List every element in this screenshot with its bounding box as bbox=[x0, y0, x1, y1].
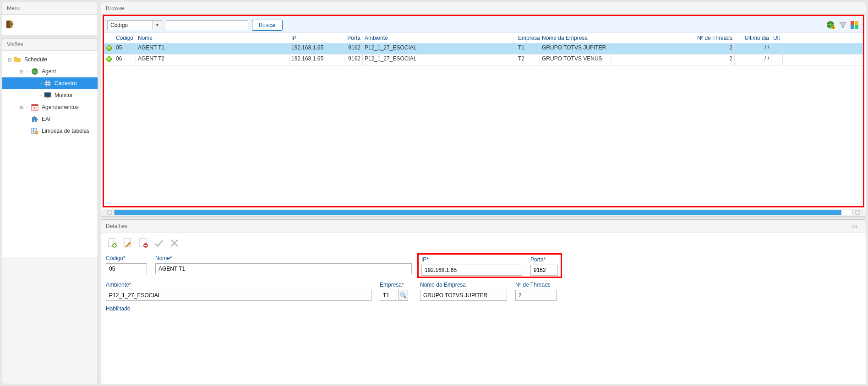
input-threads[interactable] bbox=[515, 290, 557, 301]
col-empresa[interactable]: Empresa bbox=[516, 33, 540, 43]
cell-ult bbox=[771, 43, 783, 54]
label-ambiente: Ambiente* bbox=[106, 282, 371, 288]
cell-threads: 2 bbox=[611, 43, 735, 54]
horizontal-scrollbar[interactable] bbox=[101, 209, 866, 216]
col-porta[interactable]: Porta bbox=[344, 33, 363, 43]
tree-label: Monitor bbox=[55, 92, 73, 98]
ip-porta-highlight: IP* Porta* bbox=[417, 253, 562, 278]
cell-porta: 9162 bbox=[344, 43, 363, 54]
input-ip[interactable] bbox=[421, 265, 522, 276]
minimize-icon[interactable]: ▭ bbox=[852, 223, 857, 230]
cell-ultimo: / / bbox=[735, 43, 771, 54]
cell-nome-empresa: GRUPO TOTVS JUPITER bbox=[540, 43, 611, 54]
visions-panel: Visões ⊟Schedule⊟⋯Agent⋯Cadastro⋯Monitor… bbox=[2, 38, 98, 384]
cell-ult bbox=[771, 54, 783, 65]
search-input[interactable] bbox=[166, 20, 248, 30]
tree-item-agendamentos[interactable]: ⊞⋯31Agendamentos bbox=[2, 101, 98, 113]
new-doc-icon[interactable] bbox=[106, 237, 119, 250]
table-row[interactable]: 06AGENT T2192.168.1.659162P12_1_27_ESOCI… bbox=[104, 54, 863, 65]
check-icon[interactable] bbox=[153, 237, 165, 250]
search-field-input[interactable] bbox=[107, 20, 153, 30]
cell-nome: AGENT T2 bbox=[136, 54, 289, 65]
tree-item-monitor[interactable]: ⋯Monitor bbox=[2, 89, 98, 101]
grid-color-icon[interactable] bbox=[850, 20, 860, 30]
svg-text:31: 31 bbox=[33, 106, 37, 110]
cell-nome: AGENT T1 bbox=[136, 43, 289, 54]
cell-codigo: 06 bbox=[114, 54, 136, 65]
cell-codigo: 05 bbox=[114, 43, 136, 54]
label-ip: IP* bbox=[421, 256, 522, 263]
col-ambiente[interactable]: Ambiente bbox=[363, 33, 516, 43]
tree-item-cadastro[interactable]: ⋯Cadastro bbox=[2, 77, 98, 89]
input-ambiente[interactable] bbox=[106, 290, 371, 301]
tree-toggle-icon[interactable]: ⊟ bbox=[19, 69, 24, 74]
tree-label: Agendamentos bbox=[42, 104, 79, 110]
table-clean-icon bbox=[31, 127, 39, 135]
svg-rect-14 bbox=[855, 21, 858, 25]
svg-point-10 bbox=[35, 131, 38, 135]
col-nome[interactable]: Nome bbox=[136, 33, 289, 43]
tree-label: Limpeza de tabelas bbox=[42, 128, 89, 134]
folder-icon bbox=[13, 55, 22, 64]
tree-label: Agent bbox=[42, 68, 56, 75]
menu-panel: Menu bbox=[2, 2, 98, 35]
status-dot-icon bbox=[106, 56, 112, 62]
exit-icon[interactable] bbox=[5, 19, 15, 31]
search-icon[interactable]: 🔍 bbox=[398, 290, 408, 301]
chevron-down-icon[interactable]: ▼ bbox=[153, 20, 162, 30]
delete-doc-icon[interactable] bbox=[137, 237, 150, 250]
tree-toggle-icon[interactable]: ⊟ bbox=[7, 57, 12, 62]
svg-rect-15 bbox=[851, 25, 854, 29]
cell-ambiente: P12_1_27_ESOCIAL bbox=[363, 54, 516, 65]
cell-ambiente: P12_1_27_ESOCIAL bbox=[363, 43, 516, 54]
search-field-combo[interactable]: ▼ bbox=[107, 20, 162, 30]
puzzle-icon bbox=[31, 115, 39, 123]
details-toolbar bbox=[106, 237, 861, 250]
visions-title: Visões bbox=[2, 38, 98, 51]
filter-icon[interactable] bbox=[838, 20, 848, 30]
col-nome-empresa[interactable]: Nome da Empresa bbox=[540, 33, 611, 43]
label-codigo: Código* bbox=[106, 255, 147, 261]
browse-grid-highlight: ▼ Buscar Código Nome IP bbox=[103, 15, 864, 207]
status-dot-icon bbox=[106, 45, 112, 51]
svg-rect-13 bbox=[851, 21, 854, 25]
svg-rect-16 bbox=[855, 25, 858, 29]
table-row[interactable]: 05AGENT T1192.168.1.659162P12_1_27_ESOCI… bbox=[104, 43, 863, 54]
input-nome-empresa[interactable] bbox=[420, 290, 507, 301]
monitor-icon bbox=[44, 91, 52, 99]
col-ult[interactable]: Ult bbox=[771, 33, 783, 43]
input-empresa[interactable] bbox=[380, 290, 397, 301]
label-porta: Porta* bbox=[530, 256, 558, 263]
scroll-thumb[interactable] bbox=[115, 210, 841, 215]
tree-toggle-icon[interactable]: ⊞ bbox=[19, 105, 24, 110]
tree-item-limpeza-de-tabelas[interactable]: ⋯Limpeza de tabelas bbox=[2, 125, 98, 137]
svg-rect-2 bbox=[44, 80, 51, 87]
details-title: Detalhes bbox=[106, 223, 127, 229]
col-ip[interactable]: IP bbox=[289, 33, 344, 43]
menu-title: Menu bbox=[2, 2, 98, 15]
scroll-right-icon[interactable] bbox=[855, 210, 860, 215]
tree-item-agent[interactable]: ⊟⋯Agent bbox=[2, 65, 98, 77]
tree-label: EAI bbox=[42, 116, 50, 122]
search-button[interactable]: Buscar bbox=[252, 20, 283, 31]
col-codigo[interactable]: Código bbox=[114, 33, 136, 43]
svg-rect-5 bbox=[47, 98, 49, 98]
input-porta[interactable] bbox=[530, 265, 558, 276]
col-threads[interactable]: Nº de Threads bbox=[611, 33, 735, 43]
cell-threads: 2 bbox=[611, 54, 735, 65]
tree-item-schedule[interactable]: ⊟Schedule bbox=[2, 54, 98, 65]
input-codigo[interactable] bbox=[106, 263, 147, 274]
col-ultimo[interactable]: Ultimo dia bbox=[735, 33, 771, 43]
cancel-icon[interactable] bbox=[168, 237, 181, 250]
edit-doc-icon[interactable] bbox=[121, 237, 134, 250]
scroll-left-icon[interactable] bbox=[107, 210, 112, 215]
svg-rect-7 bbox=[32, 104, 38, 106]
input-nome[interactable] bbox=[155, 263, 412, 274]
cell-nome-empresa: GRUPO TOTVS VENUS bbox=[540, 54, 611, 65]
tree-item-eai[interactable]: ⋯EAI bbox=[2, 113, 98, 125]
search-row: ▼ Buscar bbox=[103, 15, 864, 33]
cell-empresa: T1 bbox=[516, 43, 540, 54]
label-threads: Nº de Threads bbox=[515, 282, 557, 288]
globe-add-icon[interactable] bbox=[826, 20, 836, 30]
tree-label: Cadastro bbox=[55, 80, 77, 87]
